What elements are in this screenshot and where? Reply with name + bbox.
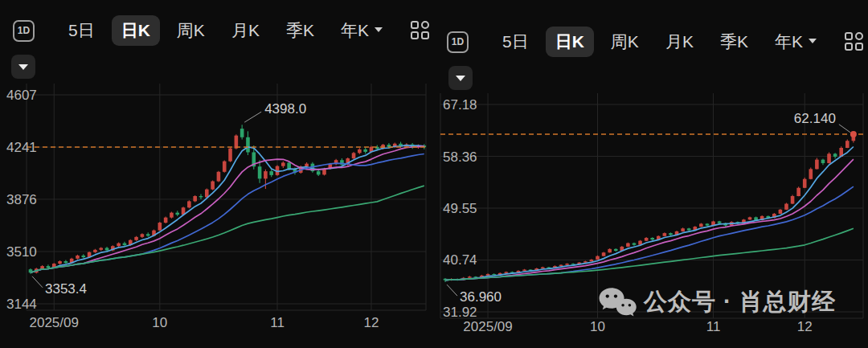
y-tick-label: 3144	[6, 297, 37, 312]
x-tick-label: 12	[364, 315, 379, 330]
candle-body	[827, 154, 831, 163]
candle-body	[47, 266, 51, 268]
candle-body	[541, 268, 545, 268]
timeframe-1d-icon[interactable]: 1D	[13, 20, 35, 42]
y-axis-labels: 67.1858.3649.5540.7431.92	[443, 97, 477, 320]
candle-body	[522, 269, 526, 270]
tab-yearly-k[interactable]: 年K	[765, 27, 826, 57]
ma-line-60	[31, 186, 424, 272]
candle-body	[170, 213, 174, 218]
candle-body	[486, 274, 490, 276]
y-tick-label: 49.55	[443, 201, 477, 216]
candle-body	[779, 210, 783, 214]
wechat-icon	[598, 286, 637, 318]
tab-daily-k[interactable]: 日K	[112, 15, 160, 46]
tab-monthly-k[interactable]: 月K	[222, 15, 269, 46]
candle-body	[833, 154, 837, 157]
candle-body	[803, 179, 807, 188]
tab-5-day[interactable]: 5日	[493, 27, 538, 57]
candle-body	[590, 260, 594, 261]
chart-options-dropdown-button[interactable]	[11, 55, 35, 79]
x-axis-labels: 2025/09101112	[463, 319, 812, 334]
panels-grid-icon[interactable]	[845, 32, 864, 51]
high-price-label: 4398.0	[264, 101, 306, 117]
candle-body	[358, 149, 362, 153]
tab-yearly-k-label: 年K	[775, 32, 803, 51]
candle-body	[468, 276, 472, 277]
candlestick-chart-left[interactable]: 4398.03353.4460742413876351031442025/091…	[0, 0, 434, 348]
y-tick-label: 3876	[6, 192, 37, 207]
candle-body	[269, 171, 273, 175]
chevron-down-icon	[375, 27, 383, 32]
chart-options-dropdown-button[interactable]	[448, 66, 473, 90]
tab-yearly-k[interactable]: 年K	[331, 15, 392, 46]
low-price-label: 3353.4	[45, 281, 87, 297]
candle-body	[246, 137, 250, 153]
candle-body	[205, 190, 209, 198]
candle-body	[791, 196, 795, 204]
timeframe-toolbar: 1D 5日 日K 周K 月K 季K 年K	[13, 15, 430, 46]
candle-body	[99, 248, 103, 250]
x-tick-label: 2025/09	[463, 319, 512, 334]
candle-body	[76, 256, 80, 259]
last-price-dot	[850, 131, 857, 137]
candle-body	[317, 171, 321, 174]
candle-body	[305, 164, 309, 167]
tab-weekly-k[interactable]: 周K	[167, 15, 215, 46]
timeframe-toolbar: 1D 5日 日K 周K 月K 季K 年K	[447, 27, 864, 57]
candle-body	[663, 233, 667, 236]
candle-body	[123, 244, 127, 245]
candle-body	[699, 223, 703, 227]
candle-body	[217, 172, 221, 182]
candle-body	[706, 223, 710, 225]
tab-5-day[interactable]: 5日	[59, 15, 104, 46]
candle-body	[784, 204, 788, 210]
y-axis-labels: 46074241387635103144	[6, 88, 37, 312]
candle-body	[158, 223, 162, 231]
candle-body	[559, 265, 563, 266]
y-tick-label: 4607	[6, 88, 37, 103]
candle-body	[718, 221, 722, 223]
tab-quarterly-k[interactable]: 季K	[710, 27, 758, 57]
y-tick-label: 31.92	[443, 305, 477, 320]
candle-body	[58, 261, 62, 264]
caret-down-icon	[18, 64, 28, 70]
x-tick-label: 11	[706, 319, 721, 334]
candle-body	[105, 248, 109, 251]
y-tick-label: 40.74	[443, 252, 477, 268]
candle-body	[240, 129, 244, 137]
candle-body	[583, 261, 588, 262]
tab-monthly-k[interactable]: 月K	[656, 27, 703, 57]
low-price-label: 36.960	[460, 289, 502, 305]
panels-grid-icon[interactable]	[411, 21, 430, 40]
tab-yearly-k-label: 年K	[341, 21, 369, 39]
candle-body	[223, 162, 227, 172]
candle-body	[505, 272, 509, 272]
watermark-text: 公众号 · 肖总财经	[644, 286, 836, 318]
candle-body	[264, 171, 268, 178]
tab-weekly-k[interactable]: 周K	[601, 27, 649, 57]
x-tick-label: 2025/09	[30, 315, 79, 330]
candle-body	[645, 238, 649, 241]
y-tick-label: 58.36	[443, 149, 477, 165]
candle-body	[199, 196, 203, 197]
caret-down-icon	[456, 76, 465, 81]
candle-body	[287, 162, 291, 169]
x-tick-label: 12	[797, 319, 813, 334]
chart-panel-left: 4398.03353.4460742413876351031442025/091…	[0, 0, 434, 348]
tab-daily-k[interactable]: 日K	[546, 27, 594, 57]
candle-body	[796, 188, 800, 196]
candle-body	[815, 160, 819, 170]
timeframe-1d-icon[interactable]: 1D	[447, 31, 469, 53]
x-tick-label: 10	[152, 315, 167, 330]
candle-body	[141, 234, 145, 237]
x-axis-labels: 2025/09101112	[30, 315, 379, 330]
tab-quarterly-k[interactable]: 季K	[276, 15, 324, 46]
candle-body	[809, 169, 813, 178]
candle-body	[681, 228, 685, 231]
candle-body	[669, 233, 673, 235]
candle-body	[81, 256, 85, 257]
candle-body	[258, 166, 262, 178]
candle-body	[748, 217, 752, 219]
y-tick-label: 4241	[6, 140, 37, 155]
